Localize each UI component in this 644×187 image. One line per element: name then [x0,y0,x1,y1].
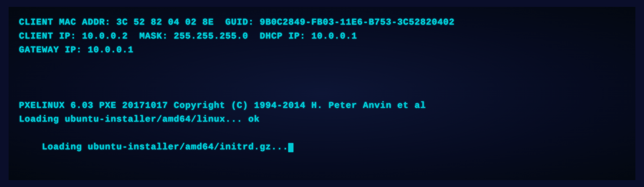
terminal-line-2: CLIENT IP: 10.0.0.2 MASK: 255.255.255.0 … [19,29,625,43]
terminal-boot-line-3: Loading ubuntu-installer/amd64/initrd.gz… [19,126,625,168]
terminal-boot-line-1: PXELINUX 6.03 PXE 20171017 Copyright (C)… [19,99,625,113]
terminal-line-3: GATEWAY IP: 10.0.0.1 [19,43,625,57]
terminal-cursor [288,143,293,152]
terminal-boot-line-2: Loading ubuntu-installer/amd64/linux... … [19,113,625,126]
blank-line-1 [19,57,625,71]
terminal-line-1: CLIENT MAC ADDR: 3C 52 82 04 02 8E GUID:… [19,15,625,29]
blank-line-3 [19,85,625,99]
blank-line-2 [19,71,625,85]
terminal-screen: CLIENT MAC ADDR: 3C 52 82 04 02 8E GUID:… [8,7,636,180]
